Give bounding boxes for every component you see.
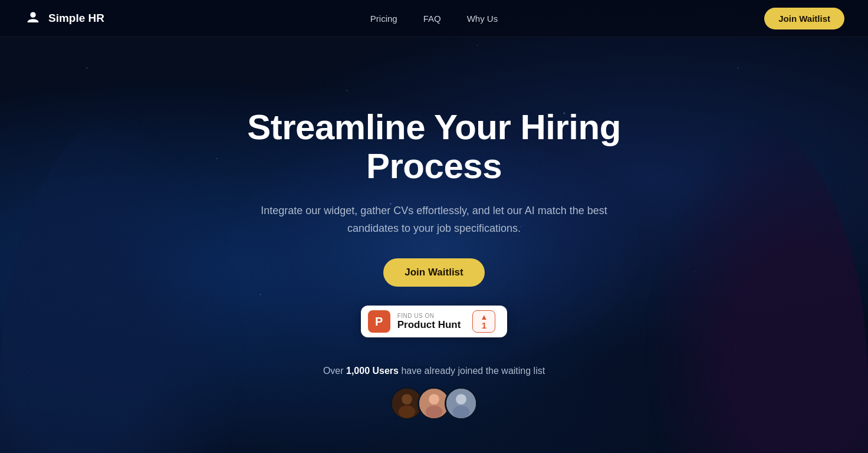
hero-section: Streamline Your Hiring Process Integrate… bbox=[0, 37, 868, 420]
social-proof-highlight: 1,000 Users bbox=[346, 366, 399, 376]
person-icon bbox=[25, 10, 41, 27]
nav-links: Pricing FAQ Why Us bbox=[360, 10, 508, 27]
product-hunt-find-us-label: FIND US ON bbox=[397, 313, 435, 319]
nav-link-why-us[interactable]: Why Us bbox=[456, 10, 509, 27]
product-hunt-badge[interactable]: P FIND US ON Product Hunt ▲ 1 bbox=[361, 306, 508, 337]
svg-point-5 bbox=[429, 394, 439, 405]
nav-join-waitlist-button[interactable]: Join Waitlist bbox=[764, 8, 844, 29]
svg-point-9 bbox=[453, 406, 470, 418]
svg-point-6 bbox=[426, 406, 443, 418]
svg-point-0 bbox=[30, 12, 35, 18]
social-proof: Over 1,000 Users have already joined the… bbox=[323, 366, 545, 420]
product-hunt-text: FIND US ON Product Hunt bbox=[397, 313, 461, 331]
hero-title: Streamline Your Hiring Process bbox=[192, 108, 676, 186]
product-hunt-upvote[interactable]: ▲ 1 bbox=[472, 310, 495, 333]
nav-link-faq[interactable]: FAQ bbox=[413, 10, 452, 27]
svg-point-3 bbox=[399, 406, 416, 418]
svg-point-8 bbox=[456, 394, 466, 405]
hero-join-waitlist-button[interactable]: Join Waitlist bbox=[383, 258, 485, 287]
product-hunt-logo: P bbox=[368, 310, 390, 333]
social-proof-text: Over 1,000 Users have already joined the… bbox=[323, 366, 545, 376]
hero-subtitle: Integrate our widget, gather CVs effortl… bbox=[251, 202, 617, 237]
avatar-3-image bbox=[446, 387, 476, 420]
user-avatar-3 bbox=[445, 387, 478, 420]
nav-link-pricing[interactable]: Pricing bbox=[360, 10, 408, 27]
avatar-group bbox=[390, 387, 478, 420]
social-proof-prefix: Over bbox=[323, 366, 344, 376]
product-hunt-name: Product Hunt bbox=[397, 319, 461, 331]
svg-point-2 bbox=[402, 394, 412, 405]
brand[interactable]: Simple HR bbox=[24, 9, 104, 28]
upvote-count: 1 bbox=[482, 321, 486, 330]
brand-name: Simple HR bbox=[48, 12, 104, 25]
navbar: Simple HR Pricing FAQ Why Us Join Waitli… bbox=[0, 0, 868, 37]
brand-icon bbox=[24, 9, 42, 28]
social-proof-suffix: have already joined the waiting list bbox=[401, 366, 545, 376]
